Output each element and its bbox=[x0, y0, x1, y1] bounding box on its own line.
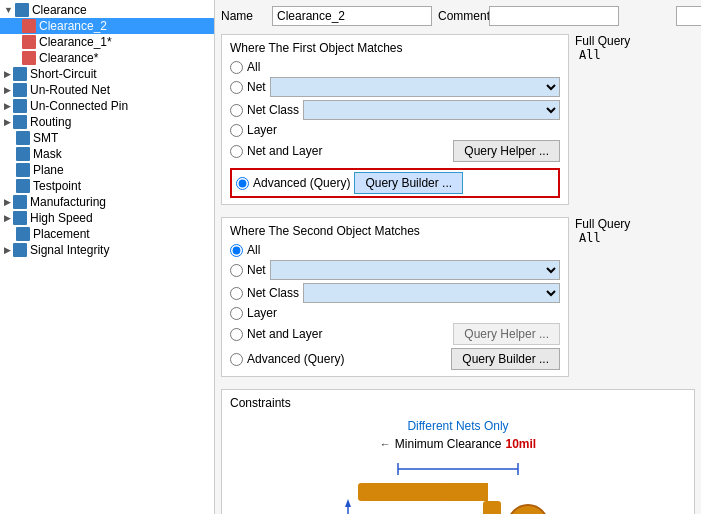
second-object-netclass-label: Net Class bbox=[247, 286, 299, 300]
sidebar-item-label: Testpoint bbox=[33, 179, 81, 193]
second-object-all-radio[interactable] bbox=[230, 244, 243, 257]
sidebar-item-testpoint[interactable]: Testpoint bbox=[0, 178, 214, 194]
sidebar-item-label: Plane bbox=[33, 163, 64, 177]
second-object-query-helper-button[interactable]: Query Helper ... bbox=[453, 323, 560, 345]
diff-nets-label: Different Nets Only bbox=[407, 419, 508, 433]
second-object-net-row: Net bbox=[230, 260, 560, 280]
second-object-all-label: All bbox=[247, 243, 260, 257]
second-object-netandlayer-radio[interactable] bbox=[230, 328, 243, 341]
second-object-netandlayer-row: Net and Layer Query Helper ... bbox=[230, 323, 560, 345]
uniqueid-input[interactable] bbox=[676, 6, 701, 26]
comment-input[interactable] bbox=[489, 6, 619, 26]
second-object-advanced-radio[interactable] bbox=[230, 353, 243, 366]
rule-icon bbox=[16, 147, 30, 161]
sidebar-item-manufacturing[interactable]: ▶ Manufacturing bbox=[0, 194, 214, 210]
second-object-advanced-label: Advanced (Query) bbox=[247, 352, 344, 366]
rule-icon bbox=[13, 115, 27, 129]
sidebar-item-label: Un-Routed Net bbox=[30, 83, 110, 97]
second-object-advanced-row: Advanced (Query) Query Builder ... bbox=[230, 348, 560, 370]
first-object-all-label: All bbox=[247, 60, 260, 74]
sidebar-item-short-circuit[interactable]: ▶ Short-Circuit bbox=[0, 66, 214, 82]
full-query-label: Full Query bbox=[575, 34, 695, 48]
second-object-all-row: All bbox=[230, 243, 560, 257]
first-object-query-helper-button[interactable]: Query Helper ... bbox=[453, 140, 560, 162]
rule-icon bbox=[16, 131, 30, 145]
first-object-advanced-radio[interactable] bbox=[236, 177, 249, 190]
main-panel: Name Comment Where The First Object Matc… bbox=[215, 0, 701, 514]
sidebar-item-label: Mask bbox=[33, 147, 62, 161]
expand-arrow: ▶ bbox=[4, 69, 11, 79]
rule-icon bbox=[13, 195, 27, 209]
full-query-value-2: All bbox=[575, 231, 695, 245]
second-object-layer-row: Layer bbox=[230, 306, 560, 320]
first-object-netandlayer-label: Net and Layer bbox=[247, 144, 322, 158]
rule-icon bbox=[13, 211, 27, 225]
first-object-netclass-label: Net Class bbox=[247, 103, 299, 117]
second-object-net-select[interactable] bbox=[270, 260, 560, 280]
rule-icon bbox=[22, 35, 36, 49]
sidebar-item-clearance-1[interactable]: Clearance_1* bbox=[0, 34, 214, 50]
first-object-netclass-select[interactable] bbox=[303, 100, 560, 120]
sidebar-item-un-routed-net[interactable]: ▶ Un-Routed Net bbox=[0, 82, 214, 98]
sidebar-item-label: Un-Connected Pin bbox=[30, 99, 128, 113]
first-object-net-radio[interactable] bbox=[230, 81, 243, 94]
sidebar-item-high-speed[interactable]: ▶ High Speed bbox=[0, 210, 214, 226]
sidebar-item-un-connected-pin[interactable]: ▶ Un-Connected Pin bbox=[0, 98, 214, 114]
sidebar-item-label: Short-Circuit bbox=[30, 67, 97, 81]
first-object-net-select[interactable] bbox=[270, 77, 560, 97]
sidebar-item-clearance-star[interactable]: Clearance* bbox=[0, 50, 214, 66]
first-object-query-builder-button[interactable]: Query Builder ... bbox=[354, 172, 463, 194]
first-object-netandlayer-radio[interactable] bbox=[230, 145, 243, 158]
sidebar-item-label: High Speed bbox=[30, 211, 93, 225]
sidebar-item-label: Routing bbox=[30, 115, 71, 129]
first-object-panel: Where The First Object Matches All Net N… bbox=[221, 34, 569, 205]
first-object-radio-group: All Net Net Class Layer bbox=[230, 60, 560, 198]
sidebar-item-plane[interactable]: Plane bbox=[0, 162, 214, 178]
rule-icon bbox=[16, 179, 30, 193]
second-object-netclass-select[interactable] bbox=[303, 283, 560, 303]
expand-arrow: ▼ bbox=[4, 5, 13, 15]
first-object-all-radio[interactable] bbox=[230, 61, 243, 74]
sidebar-item-smt[interactable]: SMT bbox=[0, 130, 214, 146]
first-object-layer-label: Layer bbox=[247, 123, 277, 137]
sidebar-item-label: Placement bbox=[33, 227, 90, 241]
sidebar-item-label: Clearance_1* bbox=[39, 35, 112, 49]
sidebar-item-clearance-2[interactable]: Clearance_2 bbox=[0, 18, 214, 34]
first-object-netclass-radio[interactable] bbox=[230, 104, 243, 117]
second-object-netclass-radio[interactable] bbox=[230, 287, 243, 300]
arrow-left: ← bbox=[380, 438, 391, 450]
first-object-layer-row: Layer bbox=[230, 123, 560, 137]
sidebar-item-signal-integrity[interactable]: ▶ Signal Integrity bbox=[0, 242, 214, 258]
min-clearance-row: ← Minimum Clearance 10mil bbox=[380, 437, 536, 451]
min-clearance-value: 10mil bbox=[506, 437, 537, 451]
second-object-net-radio[interactable] bbox=[230, 264, 243, 277]
svg-marker-9 bbox=[345, 499, 351, 507]
sidebar: ▼ Clearance Clearance_2 Clearance_1* Cle… bbox=[0, 0, 215, 514]
expand-arrow: ▶ bbox=[4, 117, 11, 127]
second-object-radio-group: All Net Net Class Layer bbox=[230, 243, 560, 370]
first-object-advanced-label: Advanced (Query) bbox=[253, 176, 350, 190]
svg-marker-4 bbox=[446, 483, 488, 501]
comment-label: Comment bbox=[438, 9, 483, 23]
second-object-query-builder-button[interactable]: Query Builder ... bbox=[451, 348, 560, 370]
first-object-netandlayer-row: Net and Layer Query Helper ... bbox=[230, 140, 560, 162]
full-query-value: All bbox=[575, 48, 695, 62]
first-object-all-row: All bbox=[230, 60, 560, 74]
second-object-net-label: Net bbox=[247, 263, 266, 277]
rule-icon bbox=[16, 163, 30, 177]
rule-icon bbox=[22, 19, 36, 33]
min-clearance-label: Minimum Clearance bbox=[395, 437, 502, 451]
second-object-layer-radio[interactable] bbox=[230, 307, 243, 320]
sidebar-item-routing[interactable]: ▶ Routing bbox=[0, 114, 214, 130]
sidebar-item-mask[interactable]: Mask bbox=[0, 146, 214, 162]
sidebar-item-placement[interactable]: Placement bbox=[0, 226, 214, 242]
svg-rect-3 bbox=[358, 483, 448, 501]
rule-icon bbox=[15, 3, 29, 17]
name-input[interactable] bbox=[272, 6, 432, 26]
first-object-layer-radio[interactable] bbox=[230, 124, 243, 137]
sidebar-item-label: Signal Integrity bbox=[30, 243, 109, 257]
first-object-net-label: Net bbox=[247, 80, 266, 94]
second-object-layer-label: Layer bbox=[247, 306, 277, 320]
sidebar-item-clearance-root[interactable]: ▼ Clearance bbox=[0, 2, 214, 18]
sidebar-item-label: SMT bbox=[33, 131, 58, 145]
